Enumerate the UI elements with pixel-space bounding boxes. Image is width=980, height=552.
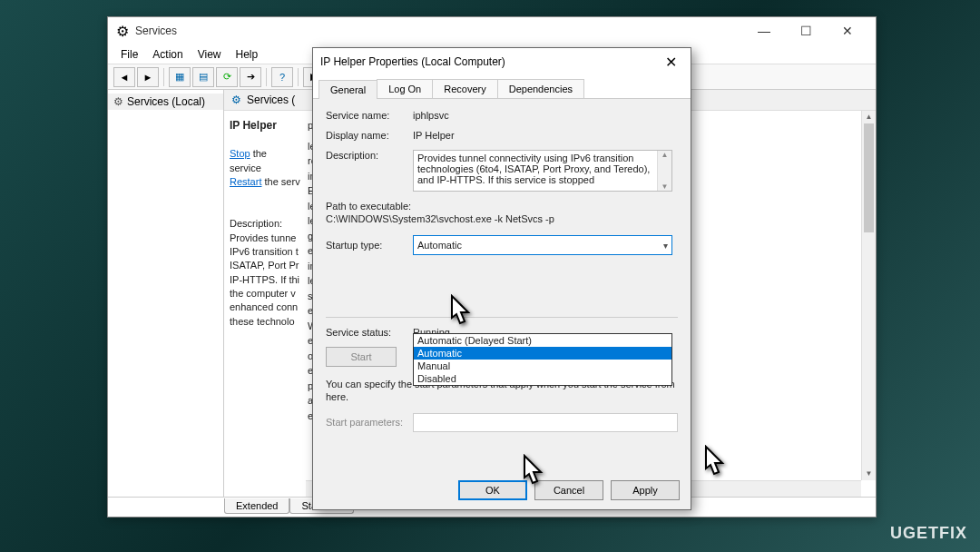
show-hide-button[interactable]: ▦	[169, 67, 191, 87]
scroll-up-icon[interactable]: ▲	[862, 111, 876, 123]
description-label: Description:	[326, 150, 413, 161]
option-manual[interactable]: Manual	[414, 360, 671, 372]
tree-pane: ⚙ Services (Local)	[108, 90, 224, 497]
path-value: C:\WINDOWS\System32\svchost.exe -k NetSv…	[326, 213, 678, 224]
cancel-button[interactable]: Cancel	[534, 480, 603, 500]
menu-view[interactable]: View	[191, 46, 229, 63]
tab-recovery[interactable]: Recovery	[432, 79, 497, 98]
minimize-button[interactable]: —	[743, 17, 785, 44]
service-name-value: iphlpsvc	[413, 110, 678, 121]
service-name-label: Service name:	[326, 110, 413, 121]
export-button[interactable]: ➔	[240, 67, 261, 87]
description-text: Provides tunne IPv6 transition t ISATAP,…	[230, 232, 299, 327]
display-name-value: IP Helper	[413, 130, 678, 141]
right-header-label: Services (	[247, 94, 295, 106]
close-button[interactable]: ✕	[827, 17, 868, 44]
titlebar: ⚙ Services — ☐ ✕	[108, 17, 876, 44]
services-icon: ⚙	[115, 24, 130, 38]
tab-dependencies[interactable]: Dependencies	[497, 79, 584, 98]
menu-file[interactable]: File	[113, 46, 145, 63]
desc-scrollbar[interactable]: ▲▼	[657, 151, 671, 191]
display-name-label: Display name:	[326, 130, 413, 141]
forward-button[interactable]: ►	[137, 67, 159, 87]
startup-selected-value: Automatic	[417, 240, 462, 251]
watermark: UGETFIX	[890, 524, 967, 543]
properties-button[interactable]: ▤	[192, 67, 214, 87]
detail-pane: IP Helper Stop the service Restart the s…	[224, 111, 306, 497]
chevron-down-icon: ▾	[663, 241, 668, 251]
dialog-titlebar: IP Helper Properties (Local Computer) ✕	[313, 48, 691, 75]
option-delayed[interactable]: Automatic (Delayed Start)	[414, 334, 671, 347]
startup-type-label: Startup type:	[326, 240, 413, 251]
start-button: Start	[326, 347, 397, 367]
tree-root-item[interactable]: ⚙ Services (Local)	[108, 94, 223, 110]
description-box: Provides tunnel connectivity using IPv6 …	[413, 150, 672, 192]
scroll-thumb[interactable]	[864, 123, 874, 232]
option-disabled[interactable]: Disabled	[414, 372, 671, 385]
dialog-body: Service name: iphlpsvc Display name: IP …	[313, 99, 691, 443]
maximize-button[interactable]: ☐	[785, 17, 827, 44]
tab-logon[interactable]: Log On	[377, 79, 433, 98]
menu-action[interactable]: Action	[145, 46, 190, 63]
refresh-button[interactable]: ⟳	[216, 67, 238, 87]
start-parameters-label: Start parameters:	[326, 417, 413, 428]
ok-button[interactable]: OK	[458, 480, 527, 500]
tab-extended[interactable]: Extended	[224, 498, 289, 514]
dialog-tabs: General Log On Recovery Dependencies	[313, 75, 691, 99]
back-button[interactable]: ◄	[113, 67, 135, 87]
gear-icon: ⚙	[231, 94, 241, 106]
help-button[interactable]: ?	[271, 67, 293, 87]
service-status-label: Service status:	[326, 327, 413, 338]
dialog-close-button[interactable]: ✕	[658, 49, 683, 74]
scroll-down-icon[interactable]: ▼	[862, 468, 876, 480]
vertical-scrollbar[interactable]: ▲ ▼	[861, 111, 876, 480]
window-title: Services	[135, 25, 743, 37]
description-label: Description:	[230, 218, 282, 229]
selected-service-title: IP Helper	[230, 119, 277, 132]
option-automatic[interactable]: Automatic	[414, 347, 671, 360]
apply-button[interactable]: Apply	[611, 480, 680, 500]
tree-root-label: Services (Local)	[127, 95, 205, 108]
tab-general[interactable]: General	[318, 80, 377, 99]
startup-type-select[interactable]: Automatic ▾	[413, 235, 672, 255]
gear-icon: ⚙	[113, 95, 123, 108]
stop-link[interactable]: Stop	[230, 148, 250, 159]
restart-link[interactable]: Restart	[230, 176, 261, 187]
dialog-title: IP Helper Properties (Local Computer)	[320, 55, 658, 68]
properties-dialog: IP Helper Properties (Local Computer) ✕ …	[312, 47, 691, 510]
start-parameters-input	[413, 413, 678, 432]
path-label: Path to executable:	[326, 201, 678, 212]
startup-dropdown[interactable]: Automatic (Delayed Start) Automatic Manu…	[413, 333, 672, 386]
menu-help[interactable]: Help	[229, 46, 266, 63]
